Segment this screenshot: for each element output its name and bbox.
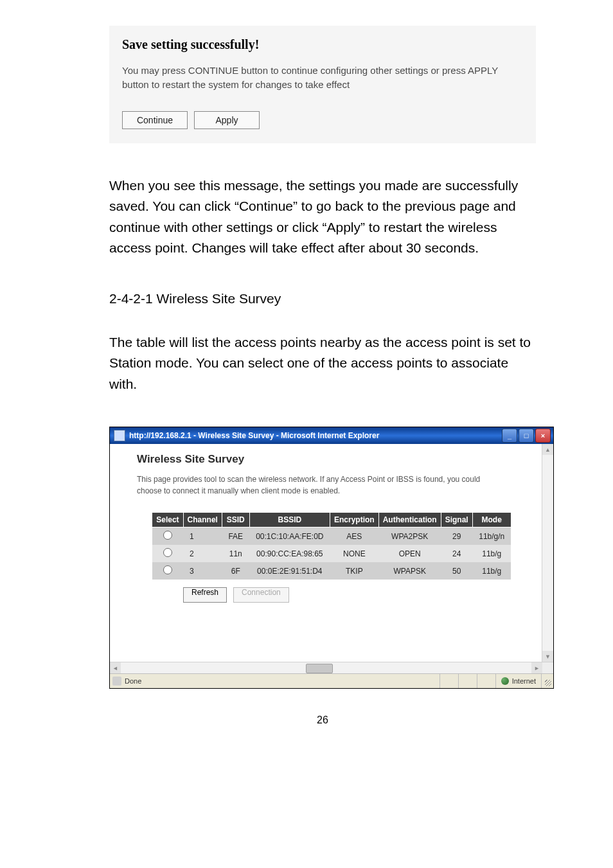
vertical-scrollbar[interactable]: ▲ ▼ (542, 444, 553, 662)
apply-button[interactable]: Apply (194, 111, 260, 129)
browser-content: Wireless Site Survey This page provides … (110, 444, 553, 662)
header-mode: Mode (472, 513, 511, 527)
scroll-right-icon[interactable]: ► (531, 662, 542, 673)
status-pane (477, 674, 495, 688)
window-controls: _ □ × (502, 429, 551, 443)
browser-client-area: Wireless Site Survey This page provides … (110, 444, 553, 688)
security-zone: Internet (495, 674, 541, 688)
signal-cell: 50 (441, 562, 472, 580)
connection-button[interactable]: Connection (233, 587, 289, 603)
radio-icon[interactable] (163, 565, 172, 574)
status-pane (440, 674, 458, 688)
ssid-cell: FAE (222, 527, 249, 545)
select-cell[interactable] (152, 527, 183, 545)
status-left: Done (110, 677, 440, 686)
globe-icon (501, 677, 509, 685)
signal-cell: 29 (441, 527, 472, 545)
refresh-button[interactable]: Refresh (183, 587, 227, 603)
scroll-thumb-horizontal[interactable] (306, 664, 333, 673)
continue-button[interactable]: Continue (122, 111, 188, 129)
browser-window: http://192.168.2.1 - Wireless Site Surve… (109, 427, 554, 689)
browser-statusbar: Done Internet (110, 673, 553, 688)
status-text: Done (125, 677, 141, 685)
bssid-cell: 00:1C:10:AA:FE:0D (249, 527, 330, 545)
header-signal: Signal (441, 513, 472, 527)
survey-button-row: Refresh Connection (183, 587, 538, 603)
survey-table: Select Channel SSID BSSID Encryption Aut… (152, 512, 511, 580)
ssid-cell: 11n (222, 545, 249, 562)
encryption-cell: AES (330, 527, 379, 545)
page-number: 26 (109, 714, 536, 726)
close-button[interactable]: × (535, 429, 551, 443)
encryption-cell: TKIP (330, 562, 379, 580)
survey-title: Wireless Site Survey (137, 453, 538, 466)
scroll-track-vertical[interactable] (542, 455, 553, 651)
minimize-button[interactable]: _ (502, 429, 517, 443)
explanation-paragraph: When you see this message, the settings … (109, 175, 536, 259)
save-description: You may press CONTINUE button to continu… (122, 64, 523, 92)
browser-titlebar: http://192.168.2.1 - Wireless Site Surve… (110, 427, 553, 444)
header-bssid: BSSID (249, 513, 330, 527)
header-channel: Channel (183, 513, 222, 527)
survey-description: This page provides tool to scan the wire… (137, 474, 497, 497)
mode-cell: 11b/g/n (472, 527, 511, 545)
ie-icon (114, 430, 125, 441)
horizontal-scrollbar[interactable]: ◄ ► (110, 662, 553, 673)
ssid-cell: 6F (222, 562, 249, 580)
table-row: 1 FAE 00:1C:10:AA:FE:0D AES WPA2PSK 29 1… (152, 527, 511, 545)
radio-icon[interactable] (163, 548, 172, 557)
bssid-cell: 00:0E:2E:91:51:D4 (249, 562, 330, 580)
header-encryption: Encryption (330, 513, 379, 527)
encryption-cell: NONE (330, 545, 379, 562)
maximize-button[interactable]: □ (519, 429, 534, 443)
authentication-cell: OPEN (378, 545, 441, 562)
authentication-cell: WPA2PSK (378, 527, 441, 545)
scroll-left-icon[interactable]: ◄ (110, 662, 121, 673)
zone-label: Internet (512, 677, 536, 685)
section-body: The table will list the access points ne… (109, 332, 536, 395)
header-authentication: Authentication (378, 513, 441, 527)
bssid-cell: 00:90:CC:EA:98:65 (249, 545, 330, 562)
radio-icon[interactable] (163, 531, 172, 540)
save-settings-panel: Save setting successfully! You may press… (109, 26, 536, 143)
select-cell[interactable] (152, 545, 183, 562)
channel-cell: 1 (183, 527, 222, 545)
authentication-cell: WPAPSK (378, 562, 441, 580)
mode-cell: 11b/g (472, 545, 511, 562)
save-button-row: Continue Apply (122, 111, 523, 129)
section-heading: 2-4-2-1 Wireless Site Survey (109, 291, 536, 306)
channel-cell: 2 (183, 545, 222, 562)
table-row: 3 6F 00:0E:2E:91:51:D4 TKIP WPAPSK 50 11… (152, 562, 511, 580)
mode-cell: 11b/g (472, 562, 511, 580)
scroll-down-icon[interactable]: ▼ (542, 651, 553, 662)
signal-cell: 24 (441, 545, 472, 562)
resize-grip-icon[interactable] (541, 674, 553, 688)
table-row: 2 11n 00:90:CC:EA:98:65 NONE OPEN 24 11b… (152, 545, 511, 562)
table-header-row: Select Channel SSID BSSID Encryption Aut… (152, 513, 511, 527)
scroll-up-icon[interactable]: ▲ (542, 444, 553, 455)
header-ssid: SSID (222, 513, 249, 527)
save-title: Save setting successfully! (122, 37, 523, 52)
select-cell[interactable] (152, 562, 183, 580)
page-icon (112, 677, 121, 686)
header-select: Select (152, 513, 183, 527)
status-pane (458, 674, 477, 688)
status-panes (440, 674, 495, 688)
scroll-track-horizontal[interactable] (121, 662, 531, 673)
browser-title-text: http://192.168.2.1 - Wireless Site Surve… (129, 431, 502, 440)
channel-cell: 3 (183, 562, 222, 580)
scroll-corner (542, 662, 553, 673)
